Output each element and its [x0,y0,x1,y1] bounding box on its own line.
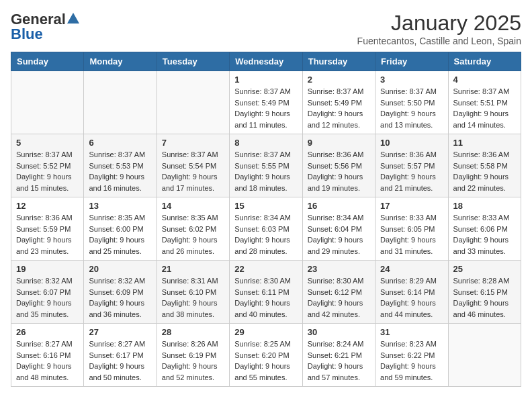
calendar-week-row: 19Sunrise: 8:32 AM Sunset: 6:07 PM Dayli… [11,261,521,324]
day-number: 20 [89,264,151,274]
day-info: Sunrise: 8:37 AM Sunset: 5:49 PM Dayligh… [308,86,370,130]
calendar-cell [11,71,84,134]
day-number: 6 [89,138,151,148]
location-subtitle: Fuentecantos, Castille and Leon, Spain [357,36,521,46]
calendar-cell: 27Sunrise: 8:27 AM Sunset: 6:17 PM Dayli… [84,324,157,387]
day-header-friday: Friday [375,52,448,71]
day-info: Sunrise: 8:33 AM Sunset: 6:06 PM Dayligh… [453,212,516,257]
calendar-cell: 1Sunrise: 8:37 AM Sunset: 5:49 PM Daylig… [230,71,302,134]
day-number: 5 [16,138,79,148]
calendar-cell: 8Sunrise: 8:37 AM Sunset: 5:55 PM Daylig… [230,134,302,197]
calendar-cell [157,71,229,134]
day-info: Sunrise: 8:24 AM Sunset: 6:21 PM Dayligh… [308,338,370,383]
calendar-cell: 13Sunrise: 8:35 AM Sunset: 6:00 PM Dayli… [84,197,157,261]
day-info: Sunrise: 8:25 AM Sunset: 6:20 PM Dayligh… [234,338,297,383]
day-info: Sunrise: 8:37 AM Sunset: 5:51 PM Dayligh… [453,86,516,130]
day-info: Sunrise: 8:36 AM Sunset: 5:57 PM Dayligh… [380,149,443,193]
day-header-thursday: Thursday [302,52,375,71]
day-number: 1 [234,75,297,85]
day-info: Sunrise: 8:34 AM Sunset: 6:03 PM Dayligh… [234,212,297,257]
day-number: 2 [308,75,370,85]
calendar-week-row: 12Sunrise: 8:36 AM Sunset: 5:59 PM Dayli… [11,197,521,261]
day-number: 10 [380,138,443,148]
day-number: 13 [89,201,151,211]
day-info: Sunrise: 8:37 AM Sunset: 5:50 PM Dayligh… [380,86,443,130]
day-info: Sunrise: 8:36 AM Sunset: 5:56 PM Dayligh… [308,149,370,193]
calendar-cell: 21Sunrise: 8:31 AM Sunset: 6:10 PM Dayli… [157,261,229,324]
calendar-cell: 20Sunrise: 8:32 AM Sunset: 6:09 PM Dayli… [84,261,157,324]
calendar-cell: 9Sunrise: 8:36 AM Sunset: 5:56 PM Daylig… [302,134,375,197]
day-info: Sunrise: 8:35 AM Sunset: 6:02 PM Dayligh… [162,212,224,257]
calendar-cell: 10Sunrise: 8:36 AM Sunset: 5:57 PM Dayli… [375,134,448,197]
calendar-cell: 26Sunrise: 8:27 AM Sunset: 6:16 PM Dayli… [11,324,84,387]
day-number: 14 [162,201,224,211]
day-header-monday: Monday [84,52,157,71]
day-number: 18 [453,201,516,211]
calendar-cell: 6Sunrise: 8:37 AM Sunset: 5:53 PM Daylig… [84,134,157,197]
calendar-cell: 23Sunrise: 8:30 AM Sunset: 6:12 PM Dayli… [302,261,375,324]
day-number: 25 [453,264,516,274]
day-number: 24 [380,264,443,274]
day-number: 28 [162,327,224,337]
day-number: 31 [380,327,443,337]
day-info: Sunrise: 8:31 AM Sunset: 6:10 PM Dayligh… [162,275,224,320]
day-number: 23 [308,264,370,274]
day-number: 3 [380,75,443,85]
calendar-cell: 28Sunrise: 8:26 AM Sunset: 6:19 PM Dayli… [157,324,229,387]
calendar-cell: 17Sunrise: 8:33 AM Sunset: 6:05 PM Dayli… [375,197,448,261]
calendar-cell: 15Sunrise: 8:34 AM Sunset: 6:03 PM Dayli… [230,197,302,261]
day-info: Sunrise: 8:29 AM Sunset: 6:14 PM Dayligh… [380,275,443,320]
calendar-week-row: 26Sunrise: 8:27 AM Sunset: 6:16 PM Dayli… [11,324,521,387]
calendar-cell: 3Sunrise: 8:37 AM Sunset: 5:50 PM Daylig… [375,71,448,134]
day-info: Sunrise: 8:32 AM Sunset: 6:09 PM Dayligh… [89,275,151,320]
day-number: 7 [162,138,224,148]
day-info: Sunrise: 8:32 AM Sunset: 6:07 PM Dayligh… [16,275,79,320]
calendar-cell: 5Sunrise: 8:37 AM Sunset: 5:52 PM Daylig… [11,134,84,197]
calendar-table: SundayMondayTuesdayWednesdayThursdayFrid… [11,52,521,387]
calendar-week-row: 1Sunrise: 8:37 AM Sunset: 5:49 PM Daylig… [11,71,521,134]
day-header-tuesday: Tuesday [157,52,229,71]
day-info: Sunrise: 8:37 AM Sunset: 5:52 PM Dayligh… [16,149,79,193]
calendar-cell: 7Sunrise: 8:37 AM Sunset: 5:54 PM Daylig… [157,134,229,197]
day-header-saturday: Saturday [448,52,521,71]
calendar-cell: 31Sunrise: 8:23 AM Sunset: 6:22 PM Dayli… [375,324,448,387]
day-number: 21 [162,264,224,274]
day-info: Sunrise: 8:37 AM Sunset: 5:55 PM Dayligh… [234,149,297,193]
logo-triangle-icon [67,13,79,24]
calendar-header-row: SundayMondayTuesdayWednesdayThursdayFrid… [11,52,521,71]
day-header-sunday: Sunday [11,52,84,71]
logo-blue-text: Blue [11,26,43,43]
day-info: Sunrise: 8:37 AM Sunset: 5:53 PM Dayligh… [89,149,151,193]
day-number: 9 [308,138,370,148]
day-number: 17 [380,201,443,211]
day-info: Sunrise: 8:37 AM Sunset: 5:49 PM Dayligh… [234,86,297,130]
day-number: 19 [16,264,79,274]
day-number: 29 [234,327,297,337]
day-number: 22 [234,264,297,274]
day-number: 4 [453,75,516,85]
day-info: Sunrise: 8:28 AM Sunset: 6:15 PM Dayligh… [453,275,516,320]
day-info: Sunrise: 8:37 AM Sunset: 5:54 PM Dayligh… [162,149,224,193]
calendar-cell: 14Sunrise: 8:35 AM Sunset: 6:02 PM Dayli… [157,197,229,261]
day-number: 8 [234,138,297,148]
calendar-cell: 12Sunrise: 8:36 AM Sunset: 5:59 PM Dayli… [11,197,84,261]
calendar-cell: 25Sunrise: 8:28 AM Sunset: 6:15 PM Dayli… [448,261,521,324]
calendar-cell [84,71,157,134]
calendar-cell [448,324,521,387]
logo: General Blue [11,11,79,43]
day-info: Sunrise: 8:27 AM Sunset: 6:17 PM Dayligh… [89,338,151,383]
title-block: January 2025 Fuentecantos, Castille and … [357,11,521,46]
day-info: Sunrise: 8:30 AM Sunset: 6:11 PM Dayligh… [234,275,297,320]
day-number: 26 [16,327,79,337]
day-number: 15 [234,201,297,211]
calendar-cell: 16Sunrise: 8:34 AM Sunset: 6:04 PM Dayli… [302,197,375,261]
day-number: 30 [308,327,370,337]
day-info: Sunrise: 8:35 AM Sunset: 6:00 PM Dayligh… [89,212,151,257]
month-title: January 2025 [357,11,521,36]
day-number: 12 [16,201,79,211]
day-info: Sunrise: 8:34 AM Sunset: 6:04 PM Dayligh… [308,212,370,257]
calendar-week-row: 5Sunrise: 8:37 AM Sunset: 5:52 PM Daylig… [11,134,521,197]
calendar-cell: 24Sunrise: 8:29 AM Sunset: 6:14 PM Dayli… [375,261,448,324]
day-number: 16 [308,201,370,211]
calendar-cell: 18Sunrise: 8:33 AM Sunset: 6:06 PM Dayli… [448,197,521,261]
